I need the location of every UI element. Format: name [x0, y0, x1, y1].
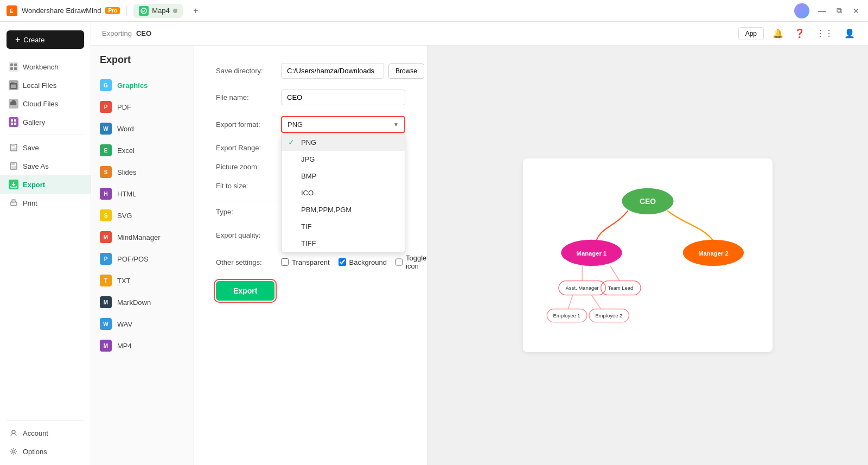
format-item-pdf[interactable]: P PDF: [91, 96, 194, 118]
sidebar-item-print[interactable]: Print: [0, 194, 91, 212]
save-icon: [9, 143, 18, 152]
sidebar-item-options[interactable]: Options: [0, 442, 91, 461]
format-item-svg[interactable]: S SVG: [91, 205, 194, 226]
sidebar-item-export[interactable]: Export: [0, 175, 91, 194]
wav-label: WAV: [117, 320, 132, 328]
background-checkbox[interactable]: [339, 258, 346, 266]
picture-zoom-label: Picture zoom:: [216, 163, 281, 171]
toggle-icon-checkbox-label[interactable]: Toggle icon: [395, 254, 427, 270]
transparent-checkbox-label[interactable]: Transparent: [281, 258, 330, 266]
app-name: Wondershare EdrawMind: [22, 7, 101, 15]
mp4-label: MP4: [117, 342, 132, 350]
sidebar-item-cloud-files[interactable]: Cloud Files: [0, 94, 91, 113]
export-button[interactable]: Export: [216, 281, 275, 301]
topbar-right: App 🔔 ❓ ⋮⋮ 👤: [738, 26, 857, 41]
manager2-node-label: Manager 2: [698, 250, 729, 257]
toggle-icon-checkbox[interactable]: [395, 258, 403, 266]
bell-icon[interactable]: 🔔: [770, 26, 786, 41]
format-option-bmp[interactable]: BMP: [282, 168, 405, 184]
cloud-files-label: Cloud Files: [23, 100, 58, 108]
employee2-node-label: Employee 2: [595, 313, 622, 319]
minimize-btn[interactable]: —: [816, 4, 828, 17]
sidebar-item-workbench[interactable]: Workbench: [0, 58, 91, 76]
format-item-mindmanager[interactable]: M MindManager: [91, 226, 194, 248]
svg-rect-7: [14, 67, 17, 70]
mindmap-preview: CEO Manager 1 Manager 2: [545, 180, 751, 330]
user-icon[interactable]: 👤: [842, 26, 857, 41]
format-option-pbm[interactable]: PBM,PPM,PGM: [282, 201, 405, 218]
format-item-wav[interactable]: W WAV: [91, 313, 194, 335]
pdf-format-icon: P: [100, 101, 112, 113]
svg-point-24: [12, 450, 15, 453]
save-as-icon: [9, 161, 18, 171]
transparent-label: Transparent: [292, 258, 330, 266]
svg-line-32: [568, 295, 573, 309]
toggle-icon-label: Toggle icon: [406, 254, 427, 270]
format-item-html[interactable]: H HTML: [91, 183, 194, 205]
close-btn[interactable]: ✕: [851, 4, 861, 17]
add-tab-btn[interactable]: +: [189, 4, 202, 17]
sidebar-item-gallery[interactable]: Gallery: [0, 113, 91, 131]
format-item-mp4[interactable]: M MP4: [91, 335, 194, 356]
format-option-jpg[interactable]: JPG: [282, 151, 405, 168]
export-format-dropdown[interactable]: PNG ▼ ✓ PNG JPG: [281, 116, 405, 133]
save-directory-label: Save directory:: [216, 67, 281, 75]
export-settings-form: Save directory: Browse File name: Export…: [194, 46, 427, 465]
pdf-label: PDF: [117, 103, 131, 111]
word-label: Word: [117, 125, 134, 133]
sidebar-item-account[interactable]: Account: [0, 424, 91, 442]
maximize-btn[interactable]: ⧉: [834, 4, 844, 17]
graphics-label: Graphics: [117, 81, 148, 90]
background-checkbox-label[interactable]: Background: [339, 258, 387, 266]
format-option-pbm-label: PBM,PPM,PGM: [301, 206, 352, 214]
format-item-slides[interactable]: S Slides: [91, 161, 194, 183]
svg-rect-10: [11, 119, 13, 122]
format-item-graphics[interactable]: G Graphics: [91, 74, 194, 96]
word-format-icon: W: [100, 123, 112, 135]
format-item-markdown[interactable]: M MarkDown: [91, 291, 194, 313]
save-directory-input[interactable]: [281, 63, 384, 79]
create-button[interactable]: + Create: [7, 30, 84, 49]
mp4-format-icon: M: [100, 340, 112, 352]
sidebar-item-local-files[interactable]: Local Files: [0, 76, 91, 94]
export-format-dropdown-btn[interactable]: PNG ▼: [281, 116, 405, 133]
app-button[interactable]: App: [738, 27, 764, 40]
format-option-tiff[interactable]: TIFF: [282, 235, 405, 252]
account-label: Account: [23, 429, 48, 437]
gallery-label: Gallery: [23, 118, 45, 126]
format-item-txt[interactable]: T TXT: [91, 270, 194, 291]
format-option-tif[interactable]: TIF: [282, 218, 405, 235]
transparent-checkbox[interactable]: [281, 258, 289, 266]
file-name-input[interactable]: [281, 90, 405, 105]
format-item-pof[interactable]: P POF/POS: [91, 248, 194, 270]
options-icon: [9, 447, 18, 456]
gallery-icon: [9, 117, 18, 127]
svg-label: SVG: [117, 212, 132, 220]
format-option-jpg-label: JPG: [301, 155, 315, 163]
browse-button[interactable]: Browse: [388, 63, 424, 79]
format-item-word[interactable]: W Word: [91, 118, 194, 139]
save-label: Save: [23, 144, 39, 152]
wav-format-icon: W: [100, 318, 112, 330]
options-label: Options: [23, 448, 47, 456]
create-label: Create: [23, 36, 44, 44]
cloud-files-icon: [9, 99, 18, 109]
left-sidebar: + Create Workbench Local Files Cloud Fil…: [0, 22, 91, 465]
file-name-row: File name:: [216, 90, 405, 105]
format-option-png[interactable]: ✓ PNG: [282, 133, 405, 151]
sidebar-item-save[interactable]: Save: [0, 138, 91, 157]
type-label: Type:: [216, 208, 281, 216]
other-settings-options: Transparent Background Toggle icon: [281, 254, 427, 270]
sidebar-bottom: Account Options: [0, 417, 91, 461]
format-options-menu: ✓ PNG JPG BMP: [281, 133, 405, 252]
svg-rect-19: [11, 166, 16, 169]
grid-icon[interactable]: ⋮⋮: [814, 26, 835, 41]
format-option-ico-label: ICO: [301, 189, 314, 197]
employee1-node-label: Employee 1: [553, 313, 580, 319]
help-icon[interactable]: ❓: [792, 26, 807, 41]
format-option-ico[interactable]: ICO: [282, 184, 405, 201]
format-item-excel[interactable]: E Excel: [91, 139, 194, 161]
tab-name: Map4: [152, 7, 170, 15]
format-option-tif-label: TIF: [301, 222, 312, 231]
sidebar-item-save-as[interactable]: Save As: [0, 157, 91, 175]
